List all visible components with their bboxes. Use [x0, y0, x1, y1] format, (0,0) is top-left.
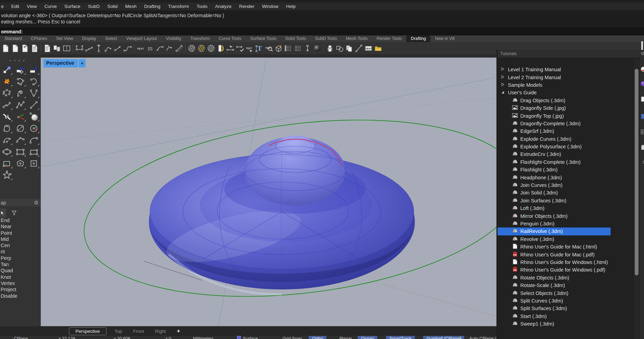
tree-item[interactable]: Explode Polysurface (.3dm): [498, 143, 640, 150]
tree-item[interactable]: Select Objects (.3dm): [498, 289, 640, 297]
status-z-0[interactable]: z 0: [165, 336, 171, 339]
rectangle-axis-button[interactable]: [0, 158, 13, 169]
tree-item[interactable]: Sample Models: [498, 81, 640, 89]
osnap-option-quad[interactable]: Quad: [1, 267, 41, 274]
menu-help[interactable]: Help: [282, 4, 299, 9]
tree-item[interactable]: Split Surfaces (.3dm): [498, 305, 640, 312]
hatch-base-button[interactable]: [13, 64, 27, 76]
toolbar-tab-set-view[interactable]: Set View: [52, 35, 78, 42]
move-copy-button[interactable]: [0, 64, 13, 76]
viewport-title[interactable]: Perspective: [43, 59, 78, 67]
hatch-pattern-button[interactable]: [196, 43, 206, 53]
filter-icon[interactable]: [9, 209, 19, 218]
tutorials-scrollbar[interactable]: [634, 59, 639, 339]
control-points-button[interactable]: [0, 87, 13, 99]
dim-vertical-button[interactable]: [94, 43, 103, 53]
text-edit-button[interactable]: TEXT: [245, 43, 254, 53]
spiral-button[interactable]: [13, 87, 27, 99]
toolbar-tab-curve-tools[interactable]: Curve Tools: [214, 35, 246, 42]
menu-transform[interactable]: Transform: [164, 4, 193, 9]
tree-item[interactable]: PDFRhino User's Guide for Mac (.pdf): [498, 251, 640, 258]
status-cplane[interactable]: CPlane: [14, 336, 28, 339]
numbered-bracket-button[interactable]: [2]: [145, 43, 155, 53]
polyline-arrow-button[interactable]: [103, 43, 113, 53]
new-template-button[interactable]: [30, 43, 39, 53]
menu-drafting[interactable]: Drafting: [140, 4, 164, 9]
arc-center-button[interactable]: [0, 134, 13, 146]
osnap-option-project[interactable]: Project: [1, 286, 41, 293]
menu-surface[interactable]: Surface: [61, 4, 84, 9]
render-sphere-button[interactable]: [312, 43, 322, 53]
menu-window[interactable]: Window: [258, 4, 282, 9]
toolbar-tab-drafting[interactable]: Drafting: [406, 35, 430, 42]
rectangle-button[interactable]: [13, 146, 27, 158]
perspective-viewport[interactable]: Perspective ▼: [41, 57, 497, 326]
add-viewport-tab-button[interactable]: +: [177, 328, 180, 334]
status-y-20-606[interactable]: y 20.606: [114, 336, 130, 339]
status-x-22-129[interactable]: x 22.129: [59, 336, 75, 339]
tree-item[interactable]: Rotate-Scale (.3dm): [498, 282, 640, 289]
tree-item[interactable]: Join Solid (.3dm): [498, 189, 640, 197]
menu-mesh[interactable]: Mesh: [121, 4, 140, 9]
tree-item[interactable]: Dragonfly Side (.jpg): [498, 104, 640, 112]
tree-item[interactable]: Dragonfly Top (.jpg): [498, 112, 640, 119]
ellipse-button[interactable]: [0, 146, 13, 158]
gear-icon[interactable]: ⚙: [641, 51, 644, 56]
hatch-flip-button[interactable]: [27, 64, 40, 76]
annotation-styles-button[interactable]: [293, 43, 303, 53]
viewport-title-bar[interactable]: Perspective ▼: [43, 59, 85, 67]
blend-curve-button[interactable]: [0, 111, 13, 123]
toolbar-tab-new-in-v8[interactable]: New in V8: [430, 35, 459, 42]
render-ball-icon[interactable]: [641, 66, 644, 73]
curve-axis-button[interactable]: [13, 111, 27, 123]
tree-item[interactable]: Drag Objects (.3dm): [498, 97, 640, 104]
tree-item[interactable]: Flashlight (.3dm): [498, 166, 640, 173]
status-millimeters[interactable]: Millimeters: [193, 336, 214, 339]
tree-item[interactable]: Penguin (.3dm): [498, 220, 640, 227]
text-properties-button[interactable]: T: [254, 43, 264, 53]
toolbar-tab-render-tools[interactable]: Render Tools: [372, 35, 406, 42]
collapsed-arrow[interactable]: [500, 75, 505, 80]
tree-item[interactable]: Join Curves (.3dm): [498, 181, 640, 189]
curve-v-button[interactable]: [27, 87, 40, 99]
explode-button[interactable]: [0, 76, 13, 87]
text-button[interactable]: TEXT: [135, 43, 145, 53]
viewport-tab-right[interactable]: Right: [150, 328, 172, 335]
make2d-button[interactable]: [274, 43, 283, 53]
open-file-button[interactable]: [10, 43, 20, 53]
toolbar-tab-standard[interactable]: Standard: [0, 35, 27, 42]
line-button[interactable]: [27, 99, 40, 111]
tree-item[interactable]: Dragonfly-Complete (.3dm): [498, 120, 640, 127]
open-folder-button[interactable]: [373, 43, 383, 53]
osnap-option-disable[interactable]: Disable: [1, 293, 41, 299]
grid-panel-icon[interactable]: [641, 129, 644, 136]
tree-item[interactable]: User's Guide: [498, 89, 640, 96]
viewport-tab-top[interactable]: Top: [109, 328, 128, 335]
viewport-tab-front[interactable]: Front: [127, 328, 150, 335]
toolbar-drag-dots[interactable]: [10, 60, 30, 61]
osnap-pointer-tab[interactable]: [0, 209, 6, 218]
tree-item[interactable]: Mirror Objects (.3dm): [498, 212, 640, 220]
viewport-menu-arrow[interactable]: ▼: [79, 59, 85, 67]
polygon-button[interactable]: [13, 158, 27, 169]
circle-axis-button[interactable]: [27, 123, 40, 134]
print-button[interactable]: [325, 43, 335, 53]
circle-deform-button[interactable]: [0, 123, 13, 134]
page-white-icon[interactable]: [641, 96, 644, 103]
menu-edit[interactable]: Edit: [8, 4, 23, 9]
new-model-plus-button[interactable]: [20, 43, 30, 53]
f-tab-icon[interactable]: f: [641, 159, 644, 166]
tree-item[interactable]: Revolve (.3dm): [498, 235, 640, 243]
menu-analyze[interactable]: Analyze: [211, 4, 235, 9]
star-button[interactable]: [0, 169, 13, 181]
tree-item[interactable]: EdgeSrf (.3dm): [498, 127, 640, 135]
hatch-solid-button[interactable]: [206, 43, 216, 53]
tree-item[interactable]: Rotate Objects (.3dm): [498, 274, 640, 282]
circle-diameter-button[interactable]: [13, 123, 27, 134]
docked-toolbar-grip[interactable]: [641, 41, 643, 51]
toolbar-tab-display[interactable]: Display: [78, 35, 101, 42]
tree-item[interactable]: Explode Curves (.3dm): [498, 135, 640, 143]
toolbar-tab-mesh-tools[interactable]: Mesh Tools: [341, 35, 372, 42]
toolbar-tab-solid-tools[interactable]: Solid Tools: [281, 35, 310, 42]
osnap-option-perp[interactable]: Perp: [1, 255, 41, 261]
